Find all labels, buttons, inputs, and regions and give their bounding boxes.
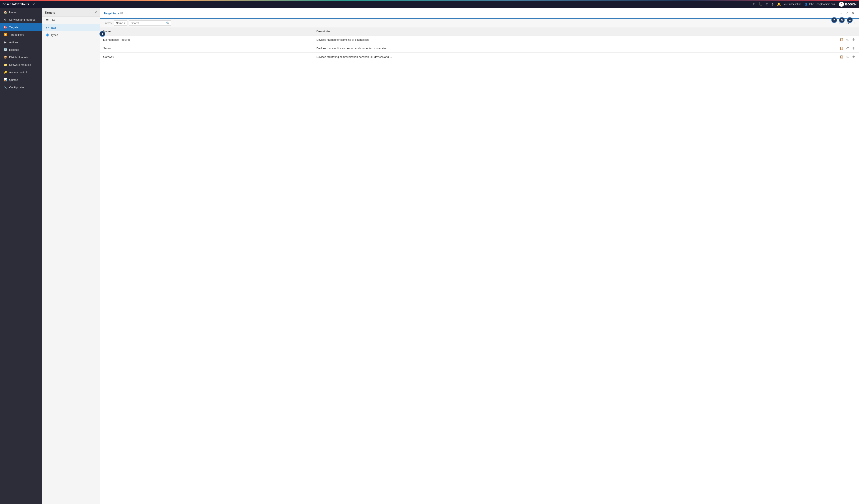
- actions-icon: ▶: [3, 41, 7, 44]
- panel-minimize-button[interactable]: −: [839, 11, 844, 16]
- user-icon: 👤: [805, 3, 808, 6]
- user-info[interactable]: 👤 John.Doe@domain.com: [805, 3, 835, 6]
- row-actions: 📋 🏷 🗑: [839, 37, 856, 42]
- share-icon[interactable]: ⇧: [752, 2, 755, 6]
- bosch-logo-circle: B: [839, 2, 844, 7]
- sidebar-item-label: Services and features: [9, 18, 35, 21]
- panel-title: Target tags ⓘ: [104, 12, 123, 15]
- app-close-button[interactable]: ✕: [31, 2, 36, 7]
- home-icon: 🏠: [3, 11, 7, 14]
- delete-button[interactable]: 🗑: [851, 55, 856, 59]
- sidebar-item-label: Actions: [9, 41, 18, 44]
- copy-button[interactable]: 📋: [839, 46, 844, 50]
- cell-description: Devices that monitor and report environm…: [314, 44, 836, 52]
- targets-nav-list[interactable]: ☰ List: [42, 17, 100, 24]
- sidebar: 🏠 Home ⚙ Services and features 🎯 Targets…: [0, 9, 42, 504]
- rollouts-icon: 🔄: [3, 48, 7, 51]
- cell-description: Devices facilitating communication betwe…: [314, 52, 836, 61]
- targets-panel-header: Targets ✕: [42, 9, 100, 17]
- sidebar-item-targets[interactable]: 🎯 Targets: [0, 24, 42, 31]
- layout-icon[interactable]: ⊞: [766, 2, 769, 6]
- phone-icon[interactable]: 📞: [758, 2, 763, 6]
- cell-description: Devices flagged for servicing or diagnos…: [314, 35, 836, 44]
- top-bar-right: ⇧ 📞 ⊞ $ 🔔 🗂 Subscription 👤 John.Doe@doma…: [752, 2, 857, 7]
- sidebar-item-home[interactable]: 🏠 Home: [0, 9, 42, 16]
- tags-icon: 🏷: [46, 26, 49, 29]
- panel-title-text: Target tags: [104, 12, 119, 15]
- software-modules-icon: 📁: [3, 63, 7, 66]
- column-header-name: Name: [100, 28, 314, 35]
- panel-close-button[interactable]: ✕: [850, 11, 856, 16]
- targets-panel: Targets ✕ ☰ List 🏷 Tags 🔷 Types: [42, 9, 100, 504]
- subscription-button[interactable]: 🗂 Subscription: [784, 3, 801, 6]
- table-row: Maintenance Required Devices flagged for…: [100, 35, 859, 44]
- sidebar-item-label: Targets: [9, 26, 18, 29]
- types-icon: 🔷: [46, 33, 49, 36]
- assign-button[interactable]: 🏷: [845, 37, 850, 42]
- panel-info-icon[interactable]: ⓘ: [120, 12, 123, 15]
- sidebar-item-rollouts[interactable]: 🔄 Rollouts: [0, 46, 42, 54]
- targets-nav-types-label: Types: [51, 33, 58, 36]
- badge-3: 3: [839, 17, 845, 23]
- targets-nav-types[interactable]: 🔷 Types: [42, 31, 100, 39]
- targets-nav-tags-label: Tags: [51, 26, 56, 29]
- delete-button[interactable]: 🗑: [851, 46, 856, 50]
- row-actions-cell: 📋 🏷 🗑: [836, 44, 859, 52]
- sidebar-item-label: Distribution sets: [9, 56, 28, 59]
- targets-panel-title: Targets: [45, 11, 55, 14]
- dollar-icon[interactable]: $: [772, 2, 773, 6]
- app-title-section: Bosch IoT Rollouts ✕: [2, 2, 36, 7]
- delete-button[interactable]: 🗑: [851, 37, 856, 42]
- row-actions: 📋 🏷 🗑: [839, 46, 856, 50]
- sidebar-item-access-control[interactable]: 🔑 Access control: [0, 68, 42, 76]
- add-button[interactable]: +: [852, 20, 857, 26]
- sidebar-item-label: Home: [9, 11, 16, 14]
- sort-select[interactable]: Name ▾: [114, 20, 127, 26]
- search-input[interactable]: [131, 21, 166, 25]
- assign-button[interactable]: 🏷: [845, 55, 850, 59]
- row-actions: 📋 🏷 🗑: [839, 55, 856, 59]
- badge-2: 2: [831, 17, 837, 23]
- sidebar-item-services[interactable]: ⚙ Services and features: [0, 16, 42, 24]
- sidebar-item-distribution-sets[interactable]: 📦 Distribution sets: [0, 54, 42, 61]
- main-panel: 2 3 4 Target tags ⓘ − ⤢ ✕ 3 items Name: [100, 9, 859, 504]
- cell-name: Sensor: [100, 44, 314, 52]
- sort-chevron-icon: ▾: [124, 21, 125, 25]
- configuration-icon: 🔧: [3, 86, 7, 89]
- bosch-label: BOSCH: [845, 2, 857, 6]
- badge-4: 4: [847, 17, 853, 23]
- tags-table: Name Description Maintenance Required De…: [100, 28, 859, 61]
- assign-button[interactable]: 🏷: [845, 46, 850, 50]
- bell-icon[interactable]: 🔔: [777, 2, 781, 6]
- items-count: 3 items: [103, 21, 111, 25]
- targets-nav-tags[interactable]: 🏷 Tags: [42, 24, 100, 31]
- user-email: John.Doe@domain.com: [809, 3, 835, 6]
- row-actions-cell: 📋 🏷 🗑: [836, 52, 859, 61]
- sidebar-item-actions[interactable]: ▶ Actions: [0, 39, 42, 46]
- sidebar-item-quotas[interactable]: 📊 Quotas: [0, 76, 42, 83]
- sidebar-item-target-filters[interactable]: 🔽 Target filters: [0, 31, 42, 39]
- sidebar-item-software-modules[interactable]: 📁 Software modules: [0, 61, 42, 68]
- cell-name: Gateway: [100, 52, 314, 61]
- copy-button[interactable]: 📋: [839, 37, 844, 42]
- panel-expand-button[interactable]: ⤢: [844, 11, 849, 16]
- toolbar: 3 items Name ▾ 🔍 ⟳ ⚙ +: [100, 19, 859, 28]
- list-icon: ☰: [46, 19, 49, 22]
- sidebar-item-label: Access control: [9, 71, 27, 74]
- targets-panel-close-button[interactable]: ✕: [94, 11, 97, 14]
- quotas-icon: 📊: [3, 78, 7, 81]
- app-title: Bosch IoT Rollouts: [2, 2, 29, 6]
- sidebar-item-label: Configuration: [9, 86, 25, 89]
- top-bar: Bosch IoT Rollouts ✕ ⇧ 📞 ⊞ $ 🔔 🗂 Subscri…: [0, 0, 859, 9]
- search-icon: 🔍: [166, 21, 169, 25]
- access-control-icon: 🔑: [3, 71, 7, 74]
- table-container: Name Description Maintenance Required De…: [100, 28, 859, 504]
- sort-label: Name: [116, 21, 123, 25]
- panel-header: Target tags ⓘ − ⤢ ✕: [100, 9, 859, 19]
- copy-button[interactable]: 📋: [839, 55, 844, 59]
- distribution-sets-icon: 📦: [3, 56, 7, 59]
- sidebar-item-label: Rollouts: [9, 48, 19, 51]
- sidebar-item-configuration[interactable]: 🔧 Configuration: [0, 83, 42, 91]
- services-icon: ⚙: [3, 18, 7, 21]
- bosch-logo: B BOSCH: [839, 2, 857, 7]
